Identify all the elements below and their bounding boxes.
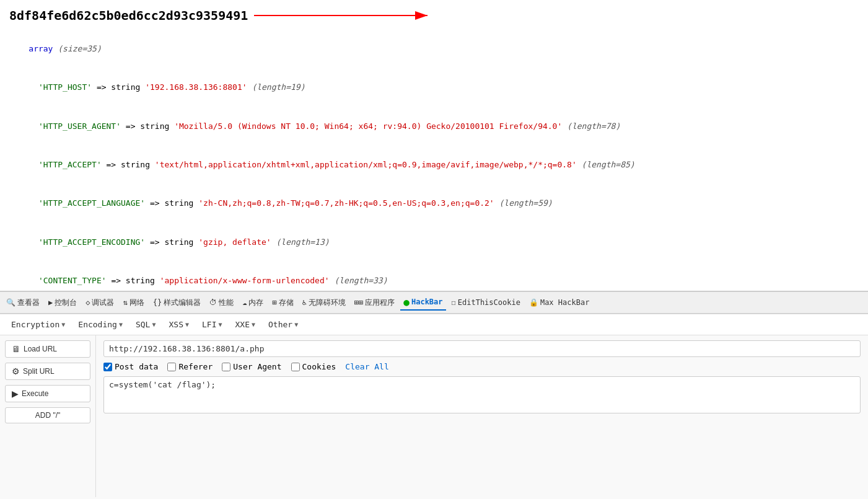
toolbar-maxhackbar[interactable]: 🔒 Max HackBar xyxy=(526,297,592,308)
add-slash-button[interactable]: ADD "/" xyxy=(5,407,90,423)
toolbar-editthiscookie[interactable]: ☐ EditThisCookie xyxy=(449,297,524,308)
encryption-label: Encryption xyxy=(11,320,59,329)
menu-lfi[interactable]: LFI ▼ xyxy=(197,318,227,331)
menu-xss[interactable]: XSS ▼ xyxy=(164,318,194,331)
user-agent-label: User Agent xyxy=(233,362,281,371)
load-url-button[interactable]: 🖥 Load URL xyxy=(5,340,90,358)
code-row: 'HTTP_USER_AGENT' => string 'Mozilla/5.0… xyxy=(9,107,859,146)
toolbar-debugger[interactable]: ◇ 调试器 xyxy=(82,296,117,309)
cookies-label: Cookies xyxy=(302,362,336,371)
maxhackbar-label: Max HackBar xyxy=(540,298,589,307)
lfi-caret: ▼ xyxy=(218,321,222,328)
lfi-label: LFI xyxy=(202,320,216,329)
style-icon: {} xyxy=(153,298,162,307)
arrow-svg xyxy=(254,6,440,25)
network-icon: ⇅ xyxy=(123,298,127,307)
memory-label: 内存 xyxy=(248,298,263,308)
xxe-caret: ▼ xyxy=(252,321,255,328)
referer-checkbox[interactable] xyxy=(167,363,176,371)
hackbar-content: 🖥 Load URL ⚙ Split URL ▶ Execute ADD "/" xyxy=(0,335,868,497)
hackbar-dot-icon: ● xyxy=(403,296,410,308)
split-url-button[interactable]: ⚙ Split URL xyxy=(5,363,90,380)
execute-label: Execute xyxy=(22,389,48,398)
encoding-caret: ▼ xyxy=(119,321,123,328)
menu-other[interactable]: Other ▼ xyxy=(263,318,303,331)
network-label: 网络 xyxy=(129,298,144,308)
code-row: 'HTTP_ACCEPT_ENCODING' => string 'gzip, … xyxy=(9,223,859,262)
split-url-icon: ⚙ xyxy=(12,366,20,376)
hash-value: 8df84fe6d62c5b0ed6cc2d93c9359491 xyxy=(9,8,248,23)
cookie-icon: ☐ xyxy=(452,298,456,307)
accessibility-icon: ♿ xyxy=(302,298,307,307)
code-row: 'HTTP_ACCEPT' => string 'text/html,appli… xyxy=(9,146,859,184)
toolbar-style-editor[interactable]: {} 样式编辑器 xyxy=(150,296,204,309)
editcookie-label: EditThisCookie xyxy=(458,298,520,307)
post-data-label: Post data xyxy=(115,362,158,371)
toolbar-performance[interactable]: ⏱ 性能 xyxy=(206,296,237,309)
menu-encryption[interactable]: Encryption ▼ xyxy=(6,318,70,331)
lock-icon: 🔒 xyxy=(529,298,538,307)
toolbar-application[interactable]: ⊞⊞ 应用程序 xyxy=(351,296,398,309)
xss-caret: ▼ xyxy=(185,321,189,328)
clear-all-link[interactable]: Clear All xyxy=(345,362,388,371)
load-url-label: Load URL xyxy=(24,345,57,353)
application-label: 应用程序 xyxy=(365,298,395,308)
menu-xxe[interactable]: XXE ▼ xyxy=(230,318,261,331)
application-icon: ⊞⊞ xyxy=(354,298,363,307)
cookies-checkbox-label[interactable]: Cookies xyxy=(291,362,336,371)
browser-toolbar: 🔍 查看器 ▶ 控制台 ◇ 调试器 ⇅ 网络 {} 样式编辑器 ⏱ 性能 ☁ 内… xyxy=(0,291,868,314)
viewer-icon: 🔍 xyxy=(6,298,15,307)
code-row: 'HTTP_HOST' => string '192.168.38.136:88… xyxy=(9,68,859,107)
menu-encoding[interactable]: Encoding ▼ xyxy=(73,318,128,331)
hackbar-right-panel: Post data Referer User Agent Cookies Cle… xyxy=(96,335,868,497)
perf-icon: ⏱ xyxy=(209,298,217,307)
accessibility-label: 无障碍环境 xyxy=(309,298,346,308)
code-row: 'HTTP_ACCEPT_LANGUAGE' => string 'zh-CN,… xyxy=(9,185,859,223)
toolbar-accessibility[interactable]: ♿ 无障碍环境 xyxy=(299,296,349,309)
encryption-caret: ▼ xyxy=(61,321,65,328)
console-icon: ▶ xyxy=(48,298,53,307)
hash-line: 8df84fe6d62c5b0ed6cc2d93c9359491 xyxy=(9,6,859,25)
hackbar-label: HackBar xyxy=(411,298,443,306)
menu-sql[interactable]: SQL ▼ xyxy=(131,318,161,331)
xxe-label: XXE xyxy=(235,320,250,329)
xss-label: XSS xyxy=(169,320,183,329)
cookies-checkbox[interactable] xyxy=(291,363,300,371)
encoding-label: Encoding xyxy=(78,320,117,329)
user-agent-checkbox[interactable] xyxy=(222,363,230,371)
toolbar-hackbar[interactable]: ● HackBar xyxy=(400,295,445,311)
code-row: 'CONTENT_TYPE' => string 'application/x-… xyxy=(9,262,859,291)
viewer-label: 查看器 xyxy=(17,298,40,308)
console-label: 控制台 xyxy=(55,298,77,308)
debugger-icon: ◇ xyxy=(85,298,90,307)
sql-caret: ▼ xyxy=(152,321,156,328)
memory-icon: ☁ xyxy=(242,298,247,307)
hackbar-left-panel: 🖥 Load URL ⚙ Split URL ▶ Execute ADD "/" xyxy=(0,335,96,497)
code-area: 8df84fe6d62c5b0ed6cc2d93c9359491 array (… xyxy=(0,0,868,291)
array-size-line: array (size=35) xyxy=(9,30,859,68)
post-data-checkbox-label[interactable]: Post data xyxy=(103,362,158,371)
checkbox-row: Post data Referer User Agent Cookies Cle… xyxy=(103,362,861,371)
debugger-label: 调试器 xyxy=(92,298,114,308)
user-agent-checkbox-label[interactable]: User Agent xyxy=(222,362,281,371)
other-caret: ▼ xyxy=(294,321,298,328)
execute-button[interactable]: ▶ Execute xyxy=(5,385,90,402)
sql-label: SQL xyxy=(136,320,150,329)
referer-checkbox-label[interactable]: Referer xyxy=(167,362,213,371)
other-label: Other xyxy=(268,320,292,329)
post-data-textarea[interactable]: c=system('cat /flag'); xyxy=(103,376,861,413)
toolbar-storage[interactable]: ⊞ 存储 xyxy=(269,296,296,309)
add-slash-label: ADD "/" xyxy=(35,411,61,420)
toolbar-network[interactable]: ⇅ 网络 xyxy=(120,296,147,309)
url-input[interactable] xyxy=(103,340,861,357)
load-url-icon: 🖥 xyxy=(12,344,20,354)
perf-label: 性能 xyxy=(219,298,234,308)
style-label: 样式编辑器 xyxy=(164,298,201,308)
toolbar-viewer[interactable]: 🔍 查看器 xyxy=(3,296,43,309)
execute-icon: ▶ xyxy=(12,389,19,399)
toolbar-console[interactable]: ▶ 控制台 xyxy=(45,296,80,309)
post-data-checkbox[interactable] xyxy=(103,363,112,371)
hackbar-menu: Encryption ▼ Encoding ▼ SQL ▼ XSS ▼ LFI … xyxy=(0,314,868,335)
storage-label: 存储 xyxy=(279,298,294,308)
toolbar-memory[interactable]: ☁ 内存 xyxy=(239,296,266,309)
